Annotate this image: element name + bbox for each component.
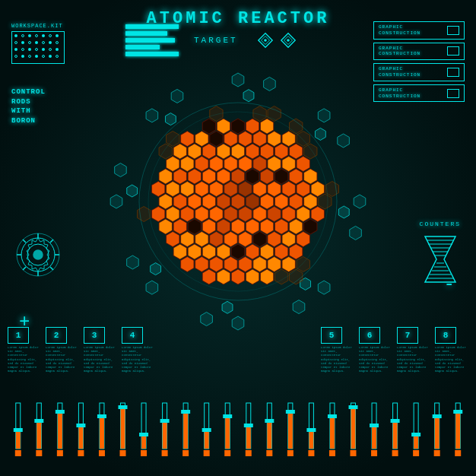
dot [56, 48, 59, 51]
dot [14, 55, 17, 58]
h-bar-5 [125, 52, 179, 56]
h-bar-2 [125, 31, 167, 36]
num-item-5: 5 Lorem ipsum dolor sit amet, consectetu… [321, 327, 354, 373]
dot [21, 55, 24, 58]
num-text-1: Lorem ipsum dolor sit amet, consectetur … [8, 346, 41, 373]
dot [49, 55, 52, 58]
svg-line-14 [23, 240, 26, 243]
gc-box-3 [447, 68, 459, 77]
num-box-8: 8 [435, 327, 456, 344]
dot [35, 48, 38, 51]
gc-item-2: GRAPHICCONSTRUCTION [373, 43, 465, 61]
num-item-6: 6 Lorem ipsum dolor sit amet, consectetu… [359, 327, 392, 373]
horizontal-bars [125, 24, 179, 56]
svg-point-9 [33, 250, 43, 259]
gc-item-3: GRAPHICCONSTRUCTION [373, 63, 465, 81]
num-box-7: 7 [397, 327, 418, 344]
num-box-5: 5 [321, 327, 342, 344]
dot [35, 41, 38, 44]
dot [56, 41, 59, 44]
gc-text-4: GRAPHICCONSTRUCTION [379, 87, 443, 100]
dot [42, 55, 45, 58]
num-text-8: Lorem ipsum dolor sit amet, consectetur … [435, 346, 468, 373]
numbers-right: 5 Lorem ipsum dolor sit amet, consectetu… [321, 327, 468, 373]
num-item-7: 7 Lorem ipsum dolor sit amet, consectetu… [397, 327, 430, 373]
numbers-left: 1 Lorem ipsum dolor sit amet, consectetu… [8, 327, 155, 373]
num-box-4: 4 [122, 327, 143, 344]
svg-point-2 [264, 39, 267, 42]
gc-item-4: GRAPHICCONSTRUCTION [373, 84, 465, 103]
gc-box-4 [447, 89, 459, 98]
num-item-4: 4 Lorem ipsum dolor sit amet, consectetu… [122, 327, 155, 373]
dot [35, 55, 38, 58]
num-box-6: 6 [359, 327, 380, 344]
dot [21, 41, 24, 44]
num-box-3: 3 [84, 327, 105, 344]
left-gear [11, 228, 65, 285]
minus-button[interactable]: - [444, 274, 455, 294]
dot [14, 41, 17, 44]
svg-line-15 [50, 267, 53, 270]
num-item-3: 3 Lorem ipsum dolor sit amet, consectetu… [84, 327, 117, 373]
counters-label: COUNTERS [420, 221, 461, 227]
num-text-4: Lorem ipsum dolor sit amet, consectetur … [122, 346, 155, 373]
gc-box-2 [447, 46, 459, 56]
graphic-construction-panel: GRAPHICCONSTRUCTION GRAPHICCONSTRUCTION … [373, 21, 465, 102]
num-text-3: Lorem ipsum dolor sit amet, consectetur … [84, 346, 117, 373]
target-icon-2 [280, 32, 297, 49]
h-bar-4 [125, 45, 160, 49]
svg-line-17 [23, 267, 26, 270]
svg-line-16 [50, 240, 53, 243]
num-box-2: 2 [46, 327, 67, 344]
dot [28, 34, 31, 37]
dot [42, 48, 45, 51]
num-item-2: 2 Lorem ipsum dolor sit amet, consectetu… [46, 327, 79, 373]
num-item-1: 1 Lorem ipsum dolor sit amet, consectetu… [8, 327, 41, 373]
dot [49, 48, 52, 51]
num-text-7: Lorem ipsum dolor sit amet, consectetur … [397, 346, 430, 373]
dot [21, 34, 24, 37]
grid-dots [11, 31, 65, 64]
dot [28, 55, 31, 58]
num-item-8: 8 Lorem ipsum dolor sit amet, consectetu… [435, 327, 468, 373]
dot [42, 41, 45, 44]
dot [49, 41, 52, 44]
h-bar-3 [125, 38, 175, 43]
target-label: TARGET [194, 36, 238, 45]
gc-text-2: GRAPHICCONSTRUCTION [379, 46, 443, 58]
num-text-6: Lorem ipsum dolor sit amet, consectetur … [359, 346, 392, 373]
main-container: ATOMIC REACTOR WORKSPACE.KIT [0, 0, 476, 476]
dot [35, 34, 38, 37]
num-text-2: Lorem ipsum dolor sit amet, consectetur … [46, 346, 79, 373]
gear-icon [11, 228, 65, 281]
num-box-1: 1 [8, 327, 29, 344]
gc-text-1: GRAPHICCONSTRUCTION [379, 24, 443, 36]
dot [28, 48, 31, 51]
dot [56, 34, 59, 37]
dot [42, 34, 45, 37]
dot [14, 48, 17, 51]
control-rods-label: CONTROL RODS WITH BORON [11, 87, 46, 125]
dot [49, 34, 52, 37]
gc-text-3: GRAPHICCONSTRUCTION [379, 66, 443, 78]
h-bar-1 [125, 24, 179, 29]
gc-box-1 [447, 26, 459, 35]
target-icons [257, 32, 297, 49]
workspace-kit: WORKSPACE.KIT [11, 23, 65, 64]
target-icon-1 [257, 32, 274, 49]
num-text-5: Lorem ipsum dolor sit amet, consectetur … [321, 346, 354, 373]
svg-point-5 [287, 39, 290, 42]
dot [14, 34, 17, 37]
workspace-label: WORKSPACE.KIT [11, 23, 65, 29]
dot [21, 48, 24, 51]
dot [56, 55, 59, 58]
dot [28, 41, 31, 44]
top-center: TARGET [125, 24, 297, 56]
gc-item-1: GRAPHICCONSTRUCTION [373, 21, 465, 40]
